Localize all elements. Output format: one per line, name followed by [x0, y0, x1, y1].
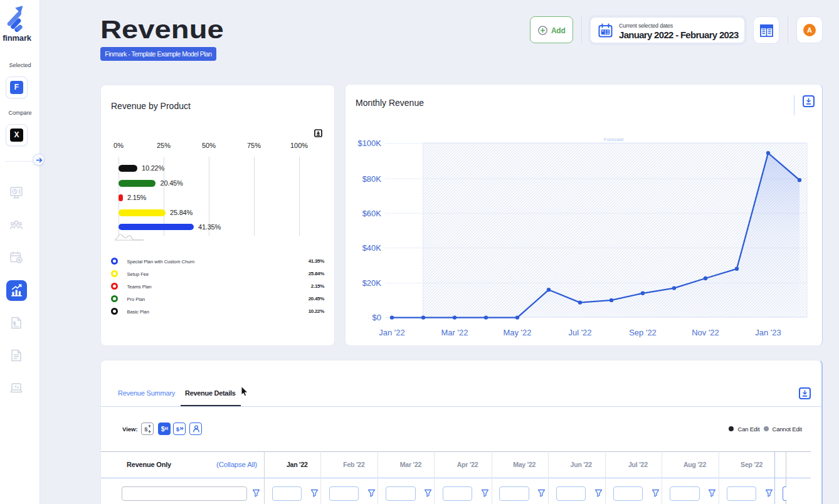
svg-text:$: $ — [144, 426, 148, 433]
svg-text:$60K: $60K — [362, 209, 382, 218]
svg-text:Mar '22: Mar '22 — [441, 328, 468, 337]
svg-text:Jan '23: Jan '23 — [755, 328, 781, 337]
svg-text:$80K: $80K — [362, 174, 382, 184]
svg-text:Sep '22: Sep '22 — [629, 328, 657, 337]
svg-text:Nov '22: Nov '22 — [692, 328, 719, 337]
svg-text:$: $ — [176, 426, 180, 433]
svg-text:Forecast: Forecast — [604, 137, 624, 142]
svg-text:$100K: $100K — [357, 139, 381, 148]
svg-text:$: $ — [161, 425, 164, 433]
svg-text:Jul '22: Jul '22 — [568, 328, 591, 337]
svg-text:$40K: $40K — [362, 243, 382, 253]
svg-text:Jan '22: Jan '22 — [379, 328, 405, 337]
svg-text:$20K: $20K — [362, 278, 382, 288]
svg-text:May '22: May '22 — [503, 328, 531, 337]
svg-text:$0: $0 — [372, 313, 381, 322]
